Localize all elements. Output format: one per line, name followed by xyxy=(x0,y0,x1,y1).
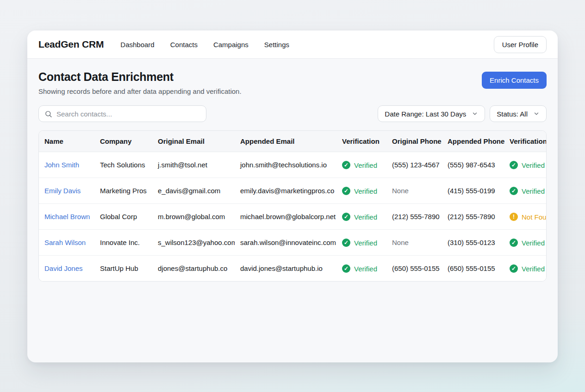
check-circle-icon xyxy=(342,239,350,247)
appended-phone-cell: (650) 555-0155 xyxy=(442,256,504,282)
phone-verification-cell: Verified xyxy=(504,256,547,282)
check-circle-icon xyxy=(510,239,518,247)
check-circle-icon xyxy=(342,264,350,273)
col-header-name: Name xyxy=(39,131,94,152)
user-profile-button[interactable]: User Profile xyxy=(494,36,547,53)
company-cell: StartUp Hub xyxy=(94,256,152,282)
original-phone-cell: None xyxy=(386,178,442,204)
original-email-cell: j.smith@tsol.net xyxy=(152,152,235,178)
verification-label: Verified xyxy=(522,187,545,195)
verification-label: Verified xyxy=(354,265,377,273)
chevron-down-icon xyxy=(472,110,478,117)
nav-item-settings[interactable]: Settings xyxy=(264,41,289,49)
email-verification-cell: Verified xyxy=(336,256,386,282)
verification-label: Verified xyxy=(522,161,545,169)
original-email-cell: s_wilson123@yahoo.com xyxy=(152,230,235,256)
search-input[interactable] xyxy=(56,110,200,118)
col-header-phone-verification: Verification xyxy=(504,131,547,152)
verification-badge: Verified xyxy=(510,239,545,247)
nav-item-contacts[interactable]: Contacts xyxy=(170,41,198,49)
appended-phone-cell: (415) 555-0199 xyxy=(442,178,504,204)
table-row: Emily Davis Marketing Pros e_davis@gmail… xyxy=(39,178,547,204)
col-header-appended-phone: Appended Phone xyxy=(442,131,504,152)
phone-verification-cell: Verified xyxy=(504,178,547,204)
check-circle-icon xyxy=(510,264,518,273)
nav-item-dashboard[interactable]: Dashboard xyxy=(120,41,154,49)
col-header-appended-email: Appended Email xyxy=(235,131,336,152)
phone-verification-cell: Verified xyxy=(504,230,547,256)
contact-name-link[interactable]: Michael Brown xyxy=(44,213,90,220)
company-cell: Tech Solutions xyxy=(94,152,152,178)
check-circle-icon xyxy=(342,161,350,169)
page-title: Contact Data Enrichment xyxy=(38,70,242,84)
email-verification-cell: Verified xyxy=(336,230,386,256)
verification-label: Not Found xyxy=(522,213,547,221)
original-phone-cell: (555) 123-4567 xyxy=(386,152,442,178)
company-cell: Global Corp xyxy=(94,204,152,230)
verification-badge: Verified xyxy=(510,264,545,273)
col-header-original-phone: Original Phone xyxy=(386,131,442,152)
nav-item-campaigns[interactable]: Campaigns xyxy=(213,41,249,49)
check-circle-icon xyxy=(342,213,350,221)
verification-badge: Verified xyxy=(342,213,377,221)
company-cell: Marketing Pros xyxy=(94,178,152,204)
filter-bar: Date Range: Last 30 Days Status: All xyxy=(27,95,558,122)
verification-badge: Verified xyxy=(342,161,377,169)
contact-name-link[interactable]: Sarah Wilson xyxy=(44,239,86,246)
page-header: Contact Data Enrichment Showing records … xyxy=(27,59,558,95)
verification-label: Verified xyxy=(354,239,377,247)
verification-label: Verified xyxy=(354,213,377,221)
main-nav: Dashboard Contacts Campaigns Settings xyxy=(120,41,289,49)
verification-badge: Verified xyxy=(342,187,377,195)
col-header-original-email: Original Email xyxy=(152,131,235,152)
date-range-dropdown[interactable]: Date Range: Last 30 Days xyxy=(378,105,485,122)
verification-badge: Not Found xyxy=(510,213,547,221)
contact-name-link[interactable]: Emily Davis xyxy=(44,187,81,195)
table-header-row: Name Company Original Email Appended Ema… xyxy=(39,131,547,152)
search-box[interactable] xyxy=(38,105,206,122)
col-header-email-verification: Verification xyxy=(336,131,386,152)
verification-badge: Verified xyxy=(510,187,545,195)
original-phone-cell: (650) 555-0155 xyxy=(386,256,442,282)
email-verification-cell: Verified xyxy=(336,152,386,178)
check-circle-icon xyxy=(342,187,350,195)
phone-verification-cell: Verified xyxy=(504,152,547,178)
table-row: John Smith Tech Solutions j.smith@tsol.n… xyxy=(39,152,547,178)
original-email-cell: m.brown@global.com xyxy=(152,204,235,230)
original-email-cell: e_davis@gmail.com xyxy=(152,178,235,204)
chevron-down-icon xyxy=(533,110,540,117)
app-card: LeadGen CRM Dashboard Contacts Campaigns… xyxy=(27,31,558,362)
status-dropdown[interactable]: Status: All xyxy=(490,105,547,122)
top-nav: LeadGen CRM Dashboard Contacts Campaigns… xyxy=(27,31,558,59)
appended-phone-cell: (310) 555-0123 xyxy=(442,230,504,256)
check-circle-icon xyxy=(510,213,518,221)
check-circle-icon xyxy=(510,187,518,195)
original-phone-cell: (212) 555-7890 xyxy=(386,204,442,230)
verification-label: Verified xyxy=(522,265,545,273)
date-range-label: Date Range: Last 30 Days xyxy=(385,110,466,118)
company-cell: Innovate Inc. xyxy=(94,230,152,256)
enrich-contacts-button[interactable]: Enrich Contacts xyxy=(482,72,547,89)
contact-name-link[interactable]: David Jones xyxy=(44,264,83,272)
verification-label: Verified xyxy=(522,239,545,247)
verification-label: Verified xyxy=(354,161,377,169)
brand-logo: LeadGen CRM xyxy=(38,39,104,50)
appended-email-cell: sarah.wilson@innovateinc.com xyxy=(235,230,336,256)
appended-email-cell: emily.davis@marketingpros.co xyxy=(235,178,336,204)
search-icon xyxy=(44,110,52,118)
table-row: Sarah Wilson Innovate Inc. s_wilson123@y… xyxy=(39,230,547,256)
appended-email-cell: john.smith@techsolutions.io xyxy=(235,152,336,178)
appended-phone-cell: (212) 555-7890 xyxy=(442,204,504,230)
email-verification-cell: Verified xyxy=(336,178,386,204)
verification-badge: Verified xyxy=(342,239,377,247)
contact-name-link[interactable]: John Smith xyxy=(44,161,79,169)
table-row: David Jones StartUp Hub djones@startuphu… xyxy=(39,256,547,282)
col-header-company: Company xyxy=(94,131,152,152)
contacts-table: Name Company Original Email Appended Ema… xyxy=(38,130,547,282)
verification-badge: Verified xyxy=(342,264,377,273)
original-phone-cell: None xyxy=(386,230,442,256)
table-body: John Smith Tech Solutions j.smith@tsol.n… xyxy=(39,152,547,282)
appended-phone-cell: (555) 987-6543 xyxy=(442,152,504,178)
original-email-cell: djones@startuphub.co xyxy=(152,256,235,282)
appended-email-cell: david.jones@startuphub.io xyxy=(235,256,336,282)
